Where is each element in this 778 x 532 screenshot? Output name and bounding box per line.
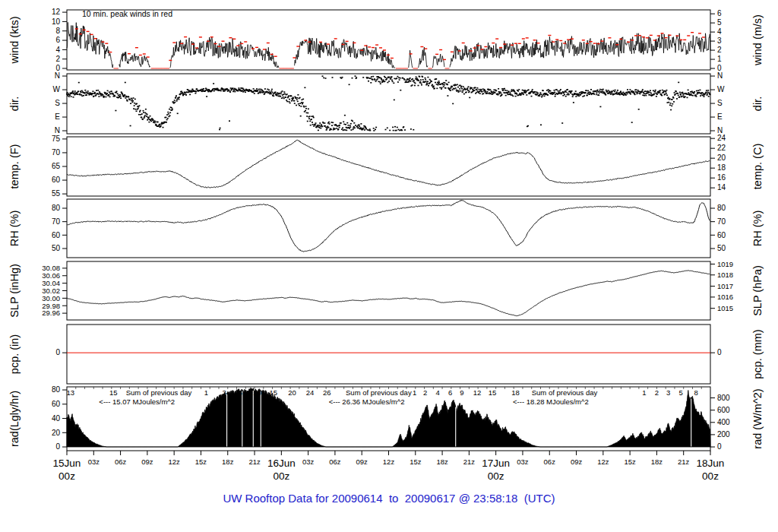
xtick-minor: 06z xyxy=(115,458,127,466)
ytick-temp-right: 14 xyxy=(717,183,726,192)
rad-cumulative-number: 9 xyxy=(460,388,463,397)
ytick-wind-left: 6 xyxy=(55,36,60,44)
axis-label-slp-right: SLP (hPa) xyxy=(751,265,764,316)
rad-cumulative-number: 20 xyxy=(288,388,296,397)
rad-cumulative-number: 1 xyxy=(642,388,646,397)
xtick-minor: 03z xyxy=(88,458,100,466)
ytick-rad-right: 600 xyxy=(717,406,730,414)
ytick-wind-right: 5 xyxy=(717,18,722,27)
rad-sum-label: Sum of previous day xyxy=(532,388,598,397)
ytick-temp-right: 18 xyxy=(717,163,726,172)
ytick-dir-right: N xyxy=(717,71,723,80)
rad-cumulative-number: 1 xyxy=(413,388,416,397)
ytick-slp-left: 29.96 xyxy=(42,309,60,317)
xtick-minor: 06z xyxy=(329,458,341,466)
ytick-rad-left: 0 xyxy=(55,442,60,451)
axis-label-temp-left: temp. (F) xyxy=(8,144,21,189)
ytick-rad-left: 40 xyxy=(52,414,61,423)
ytick-wind-right: 4 xyxy=(717,27,722,36)
ytick-temp-left: 65 xyxy=(52,162,61,170)
axis-label-wind-right: wind (m/s) xyxy=(751,14,764,66)
ytick-dir-left: S xyxy=(55,99,60,107)
rad-cumulative-number: 24 xyxy=(306,388,315,397)
xtick-minor: 12z xyxy=(383,458,395,466)
panel-rad: 0204060800200400600800rad(Lgly/hr)rad (W… xyxy=(8,385,764,451)
ytick-slp-right: 1017 xyxy=(717,282,733,290)
rad-cumulative-number: 2 xyxy=(423,388,427,397)
ytick-rh-right: 70 xyxy=(717,217,726,226)
ytick-dir-left: N xyxy=(55,71,60,80)
xtick-minor: 21z xyxy=(678,458,690,466)
panel-temp: 5560657075141618202224temp. (F)temp. (C) xyxy=(8,134,764,198)
ytick-wind-right: 1 xyxy=(717,55,722,63)
ytick-slp-right: 1018 xyxy=(717,271,733,279)
rad-cumulative-number: 5 xyxy=(679,388,683,397)
meteogram-chart: 0246810120123456wind (kts)wind (m/s)10 m… xyxy=(0,0,778,532)
rad-cumulative-number: 15 xyxy=(269,388,277,397)
axis-label-pcp-right: pcp. (mm) xyxy=(751,329,764,378)
rad-cumulative-number: 10 xyxy=(253,388,261,397)
ytick-slp-left: 30.00 xyxy=(42,294,60,302)
xtick-minor: 18z xyxy=(436,458,448,466)
ytick-temp-left: 75 xyxy=(52,135,61,143)
xtick-minor: 15z xyxy=(410,458,422,466)
axis-label-dir-right: dir. xyxy=(751,97,764,111)
xtick-minor: 06z xyxy=(544,458,556,466)
time-axis: 03z06z09z12z15z18z21z03z06z09z12z15z18z2… xyxy=(53,451,725,482)
rad-cumulative-number: 15 xyxy=(489,388,497,397)
axis-label-wind-left: wind (kts) xyxy=(8,16,21,64)
xtick-minor: 09z xyxy=(141,458,153,466)
ytick-wind-left: 10 xyxy=(52,17,61,26)
ytick-wind-left: 8 xyxy=(55,27,60,35)
rad-cumulative-number: 8 xyxy=(694,388,698,397)
rad-sum-value: <--- 15.07 MJoules/m^2 xyxy=(99,397,175,406)
ytick-pcp-right: 0 xyxy=(717,348,722,356)
ytick-dir-left: W xyxy=(53,85,61,93)
ytick-wind-right: 2 xyxy=(717,46,722,54)
rad-cumulative-number: 18 xyxy=(511,388,520,397)
panel-rh: 5060708050607080RH (%)RH (%) xyxy=(8,199,764,258)
xtick-major-hour: 00z xyxy=(488,470,504,482)
ytick-rad-right: 400 xyxy=(717,418,730,426)
ytick-dir-left: E xyxy=(55,112,60,121)
axis-label-pcp-left: pcp. (in) xyxy=(8,334,21,374)
ytick-slp-left: 30.04 xyxy=(42,279,60,287)
panel-dir: NWSENNWSENdir.dir. xyxy=(8,71,764,135)
ytick-rad-left: 20 xyxy=(52,429,61,437)
xtick-major-hour: 00z xyxy=(59,470,75,482)
rad-cumulative-number: 12 xyxy=(473,388,482,397)
rad-sum-label: Sum of previous day xyxy=(126,388,192,397)
ytick-dir-left: N xyxy=(55,126,60,135)
xtick-minor: 18z xyxy=(222,458,234,466)
ytick-slp-right: 1019 xyxy=(717,260,733,268)
ytick-temp-right: 20 xyxy=(717,154,726,162)
meteogram-figure: 0246810120123456wind (kts)wind (m/s)10 m… xyxy=(0,0,778,532)
ytick-temp-left: 70 xyxy=(52,148,61,157)
xtick-major-date: 16Jun xyxy=(267,458,296,469)
ytick-wind-right: 6 xyxy=(717,9,722,17)
axis-label-slp-left: SLP (inHg) xyxy=(8,264,21,318)
rad-cumulative-number: 15 xyxy=(109,388,118,397)
xtick-major-hour: 00z xyxy=(702,470,719,482)
wind-peak-note: 10 min. peak winds in red xyxy=(82,9,172,18)
ytick-temp-left: 55 xyxy=(52,189,61,198)
rad-sum-value: <--- 18.28 MJoules/m^2 xyxy=(513,397,589,406)
ytick-rad-right: 0 xyxy=(717,442,722,451)
axis-label-rad-right: rad (W/m^2) xyxy=(751,388,764,448)
ytick-temp-left: 60 xyxy=(52,176,61,184)
ytick-slp-right: 1016 xyxy=(717,293,733,301)
axis-label-dir-left: dir. xyxy=(8,97,21,111)
xtick-minor: 03z xyxy=(517,458,529,466)
axis-label-rad-left: rad(Lgly/hr) xyxy=(8,391,21,447)
ytick-temp-right: 24 xyxy=(717,134,726,142)
xtick-major-date: 15Jun xyxy=(53,458,81,469)
xtick-minor: 15z xyxy=(195,458,207,466)
rad-cumulative-number: 6 xyxy=(239,388,242,397)
panel-wind: 0246810120123456wind (kts)wind (m/s)10 m… xyxy=(8,8,764,72)
rad-cumulative-number: 2 xyxy=(655,388,659,397)
rad-cumulative-number: 4 xyxy=(436,388,440,397)
xtick-minor: 09z xyxy=(571,458,583,466)
ytick-rh-right: 50 xyxy=(717,244,726,252)
ytick-slp-left: 29.98 xyxy=(42,302,60,310)
ytick-rad-right: 200 xyxy=(717,430,730,439)
